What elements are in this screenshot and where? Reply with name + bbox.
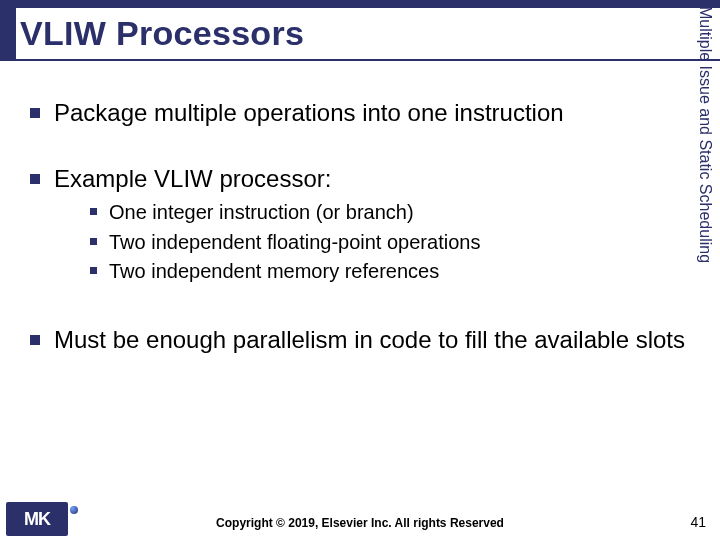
bullet-text: Package multiple operations into one ins…	[54, 98, 564, 128]
square-bullet-icon	[90, 208, 97, 215]
bullet-text: Example VLIW processor:	[54, 164, 331, 194]
square-bullet-icon	[30, 335, 40, 345]
bullet-text: Two independent floating-point operation…	[109, 230, 480, 256]
square-bullet-icon	[90, 267, 97, 274]
bullet-lvl1: Example VLIW processor:	[30, 164, 690, 194]
bullet-lvl2: Two independent floating-point operation…	[90, 230, 690, 256]
footer: MK Copyright © 2019, Elsevier Inc. All r…	[0, 512, 720, 540]
bullet-lvl1: Package multiple operations into one ins…	[30, 98, 690, 128]
square-bullet-icon	[30, 174, 40, 184]
page-number: 41	[690, 514, 706, 530]
bullet-lvl2: One integer instruction (or branch)	[90, 200, 690, 226]
publisher-logo: MK	[6, 502, 68, 536]
bullet-lvl1: Must be enough parallelism in code to fi…	[30, 325, 690, 355]
sub-bullet-group: One integer instruction (or branch) Two …	[90, 200, 690, 285]
header-band	[0, 0, 720, 8]
square-bullet-icon	[30, 108, 40, 118]
bullet-text: One integer instruction (or branch)	[109, 200, 414, 226]
bullet-text: Two independent memory references	[109, 259, 439, 285]
logo-dot-icon	[70, 506, 78, 514]
bullet-lvl2: Two independent memory references	[90, 259, 690, 285]
copyright-text: Copyright © 2019, Elsevier Inc. All righ…	[216, 516, 504, 530]
page-title: VLIW Processors	[20, 14, 304, 53]
header-divider	[0, 59, 720, 61]
bullet-text: Must be enough parallelism in code to fi…	[54, 325, 685, 355]
slide: VLIW Processors Multiple Issue and Stati…	[0, 0, 720, 540]
content-area: Package multiple operations into one ins…	[22, 80, 690, 470]
header-accent	[0, 8, 16, 59]
logo-text: MK	[24, 509, 50, 530]
section-side-label: Multiple Issue and Static Scheduling	[694, 0, 716, 300]
square-bullet-icon	[90, 238, 97, 245]
